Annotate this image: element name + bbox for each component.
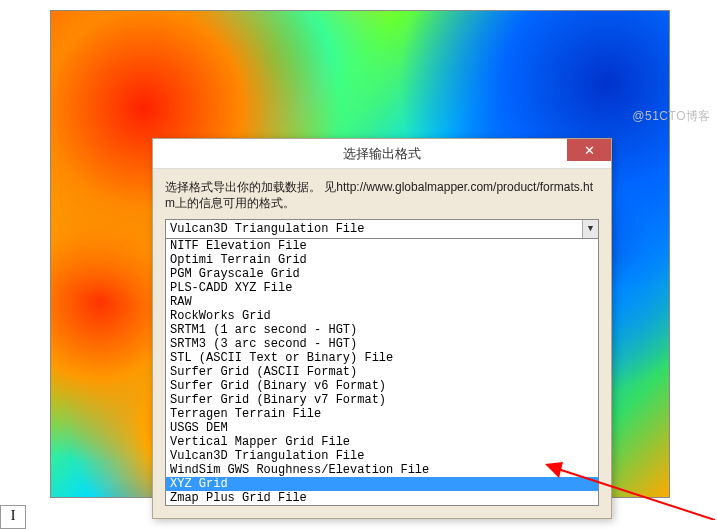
list-item[interactable]: Vulcan3D Triangulation File — [166, 449, 598, 463]
list-item[interactable]: STL (ASCII Text or Binary) File — [166, 351, 598, 365]
list-item[interactable]: USGS DEM — [166, 421, 598, 435]
text-cursor-indicator: I — [0, 505, 26, 529]
list-item[interactable]: Terragen Terrain File — [166, 407, 598, 421]
format-combobox[interactable]: Vulcan3D Triangulation File ▼ — [165, 219, 599, 239]
instruction-text: 选择格式导出你的加载数据。 见http://www.globalmapper.c… — [165, 179, 599, 211]
list-item[interactable]: Zmap Plus Grid File — [166, 491, 598, 505]
dialog-title: 选择输出格式 — [153, 145, 611, 163]
close-button[interactable]: ✕ — [567, 139, 611, 161]
list-item[interactable]: PGM Grayscale Grid — [166, 267, 598, 281]
list-item[interactable]: RockWorks Grid — [166, 309, 598, 323]
list-item[interactable]: PLS-CADD XYZ File — [166, 281, 598, 295]
watermark-text: @51CTO博客 — [632, 108, 711, 125]
chevron-down-icon: ▼ — [582, 220, 598, 238]
list-item[interactable]: NITF Elevation File — [166, 239, 598, 253]
close-icon: ✕ — [584, 143, 595, 158]
format-listbox[interactable]: NITF Elevation FileOptimi Terrain GridPG… — [165, 238, 599, 506]
list-item[interactable]: Surfer Grid (Binary v6 Format) — [166, 379, 598, 393]
list-item[interactable]: XYZ Grid — [166, 477, 598, 491]
list-item[interactable]: SRTM3 (3 arc second - HGT) — [166, 337, 598, 351]
list-item[interactable]: Surfer Grid (ASCII Format) — [166, 365, 598, 379]
list-item[interactable]: Vertical Mapper Grid File — [166, 435, 598, 449]
dialog-titlebar[interactable]: 选择输出格式 ✕ — [153, 139, 611, 169]
list-item[interactable]: RAW — [166, 295, 598, 309]
list-item[interactable]: Surfer Grid (Binary v7 Format) — [166, 393, 598, 407]
list-item[interactable]: SRTM1 (1 arc second - HGT) — [166, 323, 598, 337]
list-item[interactable]: Optimi Terrain Grid — [166, 253, 598, 267]
export-format-dialog: 选择输出格式 ✕ 选择格式导出你的加载数据。 见http://www.globa… — [152, 138, 612, 519]
combobox-selected-text: Vulcan3D Triangulation File — [166, 222, 582, 236]
list-item[interactable]: WindSim GWS Roughness/Elevation File — [166, 463, 598, 477]
dialog-body: 选择格式导出你的加载数据。 见http://www.globalmapper.c… — [153, 169, 611, 518]
